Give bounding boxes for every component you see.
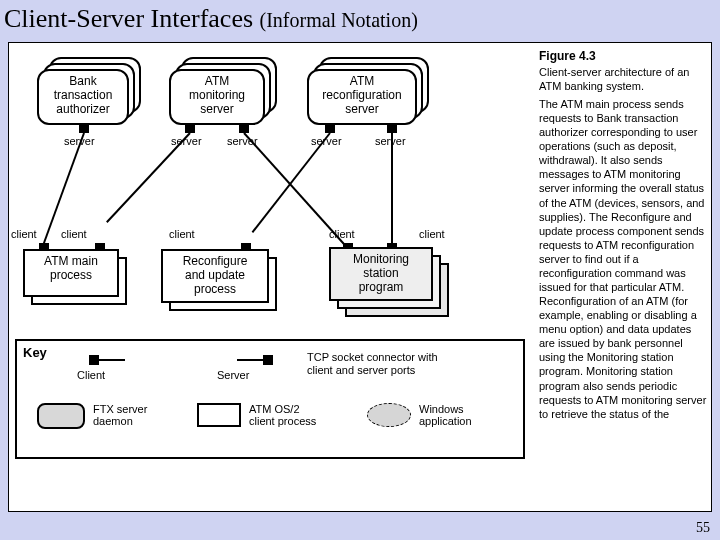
server-bank: Bank transaction authorizer <box>37 69 129 125</box>
edge-recfg-station <box>391 133 393 245</box>
legend-connector-label: TCP socket connector with client and ser… <box>307 351 438 377</box>
legend-os2-label: ATM OS/2 client process <box>249 403 316 427</box>
label-cli-recfg: client <box>169 228 195 240</box>
legend-client-port <box>89 355 99 365</box>
legend-client-line <box>99 359 125 361</box>
figure-caption: Client-server architecture of an ATM ban… <box>539 65 709 93</box>
title-main: Client-Server Interfaces <box>4 4 253 33</box>
title-sub: (Informal Notation) <box>260 9 418 31</box>
legend-ftx-shape <box>37 403 85 429</box>
port-mon-srv1 <box>185 123 195 133</box>
label-cli-mon2: client <box>419 228 445 240</box>
client-recfg-upd: Reconfigure and update process <box>161 249 269 303</box>
legend-ftx-label: FTX server daemon <box>93 403 147 427</box>
figure-area: Bank transaction authorizer server ATM m… <box>8 42 712 512</box>
client-atm-main: ATM main process <box>23 249 119 297</box>
legend-win-label: Windows application <box>419 403 472 427</box>
port-recfg-srv1 <box>325 123 335 133</box>
edge-mon-atmmain <box>106 132 191 223</box>
legend-win-shape <box>367 403 411 427</box>
server-atm-recfg: ATM reconfiguration server <box>307 69 417 125</box>
server-atm-mon: ATM monitoring server <box>169 69 265 125</box>
client-mon-station: Monitoring station program <box>329 247 433 301</box>
port-recfg-srv2 <box>387 123 397 133</box>
port-bank-server <box>79 123 89 133</box>
slide-title: Client-Server Interfaces (Informal Notat… <box>4 4 418 34</box>
label-cli-atmmain1: client <box>11 228 37 240</box>
label-cli-mon1: client <box>329 228 355 240</box>
legend-os2-shape <box>197 403 241 427</box>
page-number: 55 <box>696 520 710 536</box>
legend-server-label: Server <box>217 369 249 381</box>
figure-explanation: The ATM main process sends requests to B… <box>539 97 709 421</box>
legend-box: Key Client Server TCP socket connector w… <box>15 339 525 459</box>
figure-number: Figure 4.3 <box>539 49 596 64</box>
legend-client-label: Client <box>77 369 105 381</box>
legend-server-port <box>263 355 273 365</box>
legend-title: Key <box>23 345 47 360</box>
legend-server-line <box>237 359 263 361</box>
label-cli-atmmain2: client <box>61 228 87 240</box>
